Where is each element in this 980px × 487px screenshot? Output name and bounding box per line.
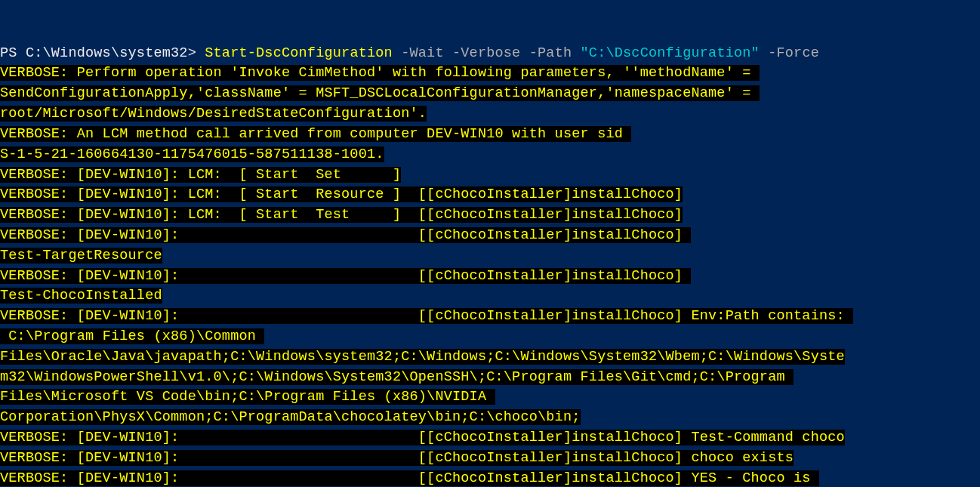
verbose-line: C:\Program Files (x86)\Common	[0, 328, 264, 344]
verbose-line: m32\WindowsPowerShell\v1.0\;C:\Windows\S…	[0, 369, 794, 385]
prompt-prefix: PS C:\Windows\system32>	[0, 45, 205, 61]
verbose-line: S-1-5-21-160664130-1175476015-587511138-…	[0, 146, 384, 162]
verbose-line: Corporation\PhysX\Common;C:\ProgramData\…	[0, 409, 581, 425]
param-wait: -Wait	[393, 45, 444, 61]
verbose-line: VERBOSE: [DEV-WIN10]: LCM: [ Start Test …	[0, 207, 683, 223]
verbose-line: VERBOSE: [DEV-WIN10]: [[cChocoInstaller]…	[0, 227, 691, 243]
verbose-line: VERBOSE: [DEV-WIN10]: [[cChocoInstaller]…	[0, 430, 845, 445]
verbose-line: Test-ChocoInstalled	[0, 288, 162, 304]
verbose-line: VERBOSE: Perform operation 'Invoke CimMe…	[0, 65, 760, 81]
verbose-line: Test-TargetResource	[0, 248, 162, 264]
param-path-flag: -Path	[520, 45, 580, 61]
verbose-line: VERBOSE: [DEV-WIN10]: LCM: [ Start Resou…	[0, 186, 683, 202]
verbose-line: SendConfigurationApply,'className' = MSF…	[0, 85, 760, 101]
verbose-line: VERBOSE: [DEV-WIN10]: [[cChocoInstaller]…	[0, 268, 691, 284]
param-verbose: -Verbose	[444, 45, 521, 61]
verbose-line: Files\Oracle\Java\javapath;C:\Windows\sy…	[0, 349, 845, 365]
verbose-line: VERBOSE: [DEV-WIN10]: [[cChocoInstaller]…	[0, 308, 853, 324]
param-path-value: "C:\DscConfiguration"	[581, 45, 760, 61]
terminal-output[interactable]: PS C:\Windows\system32> Start-DscConfigu…	[0, 44, 977, 487]
param-force: -Force	[760, 45, 819, 61]
verbose-line: Files\Microsoft VS Code\bin;C:\Program F…	[0, 389, 495, 405]
command-name: Start-DscConfiguration	[205, 45, 393, 61]
verbose-line: VERBOSE: [DEV-WIN10]: LCM: [ Start Set ]	[0, 167, 401, 183]
verbose-line: VERBOSE: [DEV-WIN10]: [[cChocoInstaller]…	[0, 470, 819, 486]
verbose-line: VERBOSE: [DEV-WIN10]: [[cChocoInstaller]…	[0, 450, 794, 466]
verbose-line: root/Microsoft/Windows/DesiredStateConfi…	[0, 106, 427, 122]
verbose-line: VERBOSE: An LCM method call arrived from…	[0, 126, 631, 142]
